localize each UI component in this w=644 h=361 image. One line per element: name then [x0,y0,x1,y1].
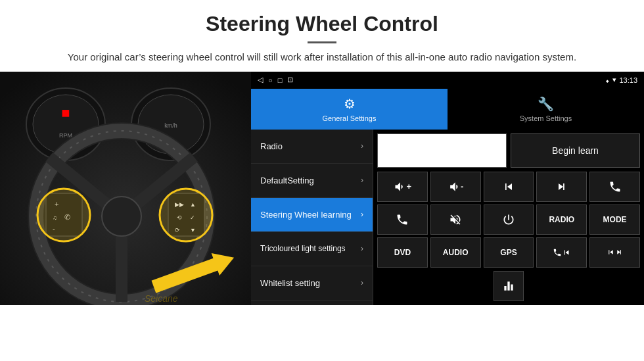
page-title: Steering Wheel Control [26,12,618,36]
equalizer-button[interactable] [494,271,524,301]
svg-text:Seicane: Seicane [145,293,178,304]
main-content: ■ RPM km/h + ♫ - ✆ ▶▶ ⟲ [0,72,644,305]
control-buttons-grid: + - [377,172,640,268]
time-display: 13:13 [619,76,637,84]
title-divider [308,41,336,43]
nav-recent-icon[interactable]: □ [278,76,283,84]
gps-button[interactable]: GPS [484,237,534,268]
answer-button[interactable] [377,205,428,235]
menu-item-radio[interactable]: Radio › [251,130,373,164]
key-input-box [377,133,507,168]
svg-point-14 [102,197,141,236]
status-bar-nav: ◁ ○ □ ⊡ [258,76,293,84]
chevron-right-icon: › [361,244,363,253]
chevron-right-icon: › [361,176,363,185]
status-bar-right: ⬥ ▾ 13:13 [605,76,637,84]
menu-item-tricolour[interactable]: Tricoloured light settings › [251,232,373,266]
top-menu-bar: ⚙ General Settings 🔧 System Settings [251,89,644,129]
dvd-button[interactable]: DVD [377,237,428,268]
radio-button[interactable]: RADIO [536,205,587,235]
menu-item-whitelist[interactable]: Whitelist setting › [251,266,373,301]
tab-system-settings[interactable]: 🔧 System Settings [448,89,644,129]
chevron-right-icon: › [361,141,363,151]
android-screen: ◁ ○ □ ⊡ ⬥ ▾ 13:13 ⚙ General Settings 🔧 S… [251,72,644,305]
left-menu: Radio › DefaultSetting › Steering Wheel … [251,130,373,305]
svg-point-27 [37,189,90,241]
wifi-icon: ▾ [612,76,616,84]
nav-back-icon[interactable]: ◁ [258,76,263,84]
nav-screen-icon[interactable]: ⊡ [287,76,293,84]
audio-button[interactable]: AUDIO [430,237,481,268]
vol-down-button[interactable]: - [430,172,481,202]
prev-track-button[interactable] [484,172,534,202]
svg-text:km/h: km/h [164,122,177,129]
system-icon: 🔧 [538,96,554,112]
settings-gear-icon: ⚙ [344,96,356,112]
skip-prev-next-button[interactable] [589,237,640,268]
tab-general-settings[interactable]: ⚙ General Settings [251,89,448,129]
svg-point-28 [160,189,212,241]
svg-text:■: ■ [61,105,70,121]
phone-prev-button[interactable] [536,237,587,268]
chevron-right-icon: › [361,278,363,287]
learn-row: Begin learn [377,133,640,168]
menu-item-default-setting[interactable]: DefaultSetting › [251,164,373,198]
header-subtitle: Your original car’s steering wheel contr… [26,50,618,65]
phone-button[interactable] [589,172,640,202]
mute-button[interactable] [430,205,481,235]
location-icon: ⬥ [605,76,610,84]
power-button[interactable] [484,205,534,235]
nav-home-icon[interactable]: ○ [268,76,273,84]
content-area: Radio › DefaultSetting › Steering Wheel … [251,130,644,305]
vol-up-button[interactable]: + [377,172,428,202]
right-control-panel: Begin learn + - [373,130,644,305]
steering-wheel-image: ■ RPM km/h + ♫ - ✆ ▶▶ ⟲ [0,72,251,305]
begin-learn-button[interactable]: Begin learn [511,133,640,168]
next-track-button[interactable] [536,172,587,202]
android-status-bar: ◁ ○ □ ⊡ ⬥ ▾ 13:13 [251,72,644,89]
menu-item-steering-wheel[interactable]: Steering Wheel learning › [251,198,373,232]
page-header: Steering Wheel Control Your original car… [0,0,644,72]
mode-button[interactable]: MODE [589,205,640,235]
chevron-right-icon: › [361,210,363,219]
